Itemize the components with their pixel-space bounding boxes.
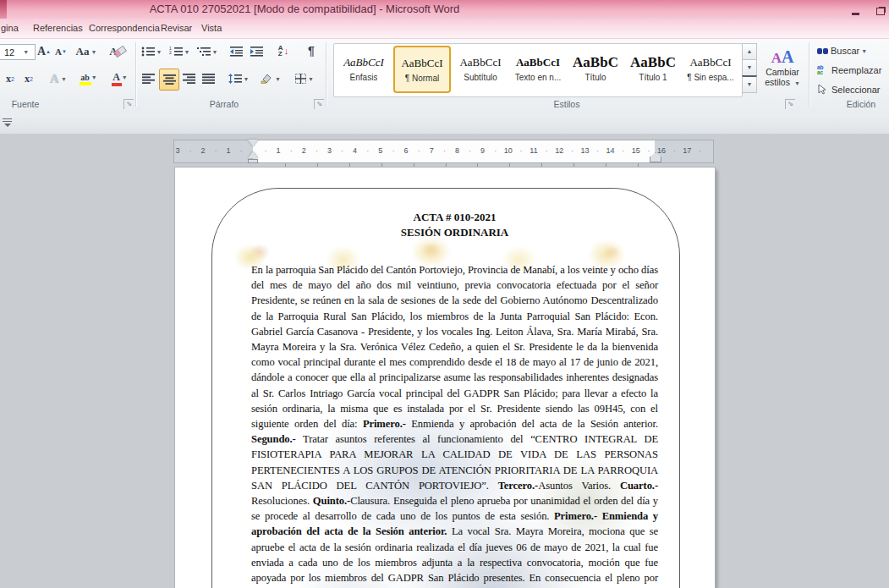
ruler-dot: · [443,146,446,155]
window-title: ACTA 010 27052021 [Modo de compatibilida… [127,3,482,15]
document-title[interactable]: ACTA # 010-2021 SESIÓN ORDINARIA [251,210,658,239]
tab-stop-tick [414,163,414,167]
ruler-dot: · [686,146,689,155]
fuente-dialog-launcher[interactable]: ⇘ [123,99,134,109]
window-edge-accent [0,0,7,19]
minimize-button[interactable] [845,3,865,16]
grow-font-icon: A [37,45,46,58]
font-size-combo[interactable]: 12 ▼ [0,44,36,60]
style-enfasis[interactable]: AaBbCcI Énfasis [336,46,392,91]
ruler-text-area [253,140,655,162]
tab-revisar[interactable]: Revisar [161,23,192,33]
document-page[interactable]: ACTA # 010-2021 SESIÓN ORDINARIA En la p… [175,168,715,588]
svg-text:2: 2 [169,50,172,55]
change-styles-button[interactable]: AA Cambiar estilos ▼ [761,42,804,93]
tab-referencias[interactable]: Referencias [33,23,83,33]
style-titulo[interactable]: AaBbC Título [568,46,623,91]
sub-ribbon-strip [0,113,889,135]
parrafo-dialog-launcher[interactable]: ⇘ [314,99,324,109]
shading-button[interactable]: ▼ [258,70,283,87]
ruler-dot: · [328,146,331,155]
grow-font-button[interactable]: A▲ [36,43,52,60]
justify-button[interactable] [200,70,217,87]
ruler-dot: · [494,146,497,155]
restore-button[interactable] [870,3,889,16]
styles-scroll-up-button[interactable]: ▲ [742,43,757,60]
style-normal[interactable]: AaBbCcI ¶ Normal [393,46,451,93]
style-texto-en-negrita[interactable]: AaBbCcI Texto en n... [510,46,566,91]
tab-stop-tick [541,163,542,167]
ruler-dot: · [648,146,650,155]
increase-indent-button[interactable] [249,43,264,60]
style-titulo-1[interactable]: AaBbC Título 1 [625,46,681,91]
group-divider [809,42,809,107]
tab-stop-tick [606,163,606,167]
ribbon-collapse-icon[interactable] [3,118,12,127]
ruler-dot: · [290,146,293,155]
acta-number-line: ACTA # 010-2021 [251,210,658,225]
numbering-button[interactable]: 12▼ [168,43,190,60]
change-styles-icon: AA [771,47,794,67]
align-center-button[interactable] [159,69,179,91]
decrease-indent-button[interactable] [228,43,244,60]
ruler-dot: · [189,146,192,155]
bullets-button[interactable]: ▼ [140,43,162,60]
show-marks-button[interactable]: ¶ [303,42,320,59]
ruler-dot: · [533,146,535,155]
align-left-button[interactable] [140,70,156,87]
reemplazar-button[interactable]: abac Reemplazar [817,63,881,78]
first-line-indent-marker[interactable] [248,140,258,146]
justify-icon [202,74,215,84]
tab-stop-tick [317,163,318,167]
ruler-dot: · [507,146,509,155]
style-subtitulo[interactable]: AaBbCcI Subtítulo [453,46,508,91]
ruler-dot: · [316,146,318,155]
shrink-font-button[interactable]: A▼ [53,43,69,60]
text-run: Resoluciones. [251,495,313,507]
styles-gallery: AaBbCcI Énfasis AaBbCcI ¶ Normal AaBbCcI… [333,43,743,97]
ruler-dot: · [366,146,369,155]
group-divider [135,42,136,107]
group-label-parrafo: Párrafo [165,99,283,109]
clear-formatting-button[interactable]: A [107,43,129,60]
subscript-button[interactable]: x2 [2,70,19,87]
line-spacing-button[interactable]: ▼ [227,70,250,87]
hanging-indent-marker[interactable] [248,151,258,158]
align-right-button[interactable] [180,70,197,87]
highlight-color-button[interactable]: ab ▼ [76,69,102,85]
font-color-button[interactable]: A ▼ [107,69,133,85]
ribbon-tab-row: gina Referencias Correspondencia Revisar… [0,19,889,38]
ruler-dot: · [558,146,561,155]
tab-vista[interactable]: Vista [201,23,222,33]
increase-indent-icon [250,47,263,57]
text-effects-icon: A [50,72,59,86]
tab-stop-tick [446,163,447,167]
multilevel-list-button[interactable]: ▼ [196,43,218,60]
tab-correspondencia[interactable]: Correspondencia [89,23,160,33]
sort-button[interactable]: AZ ↓ [274,42,293,59]
ruler-dot: · [469,146,471,155]
style-sin-espaciado[interactable]: AaBbCcI ¶ Sin espa... [683,46,738,91]
line-spacing-icon [228,74,242,84]
ruler-dot: · [240,146,243,155]
word-window: ACTA 010 27052021 [Modo de compatibilida… [0,0,889,588]
tab-diseno-de-pagina[interactable]: gina [1,23,19,33]
seleccionar-button[interactable]: Seleccionar [817,82,880,97]
text-effects-button[interactable]: A▼ [47,70,70,87]
ruler-number: 2 [200,146,205,155]
estilos-dialog-launcher[interactable]: ⇘ [785,99,795,109]
tab-stop-tick [509,163,510,167]
font-size-value: 12 [4,47,14,58]
change-case-button[interactable]: Aa▼ [74,43,98,60]
session-type-line: SESIÓN ORDINARIA [251,225,658,240]
binoculars-icon [817,48,822,54]
styles-scroll-down-button[interactable]: ▼ [742,59,757,76]
document-paragraph[interactable]: En la parroquia San Plácido del Cantón P… [251,262,658,588]
left-indent-marker[interactable] [248,159,258,163]
styles-more-button[interactable]: ▼ [742,75,757,93]
borders-button[interactable]: ▼ [292,70,317,87]
superscript-button[interactable]: x2 [20,70,37,87]
horizontal-ruler[interactable]: 321···1234567891011121314151617·········… [173,140,714,163]
align-left-icon [142,74,155,84]
buscar-button[interactable]: Buscar▼ [817,43,867,58]
